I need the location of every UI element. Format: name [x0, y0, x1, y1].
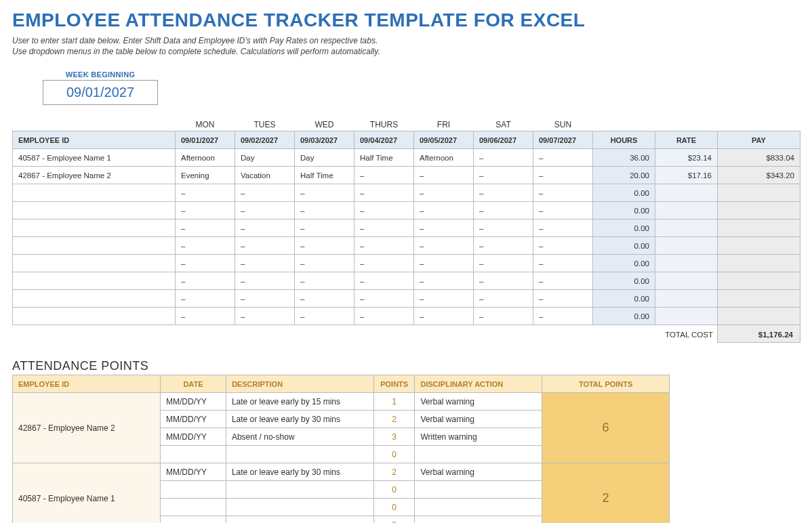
shift-cell[interactable]: – — [354, 308, 414, 325]
points-action-cell[interactable] — [415, 481, 542, 499]
shift-cell[interactable]: – — [474, 272, 533, 290]
shift-cell[interactable]: – — [354, 272, 414, 290]
employee-cell[interactable] — [13, 202, 176, 219]
shift-cell[interactable]: – — [474, 237, 533, 255]
shift-cell[interactable]: – — [295, 219, 354, 237]
shift-cell[interactable]: – — [176, 308, 235, 325]
shift-cell[interactable]: – — [354, 237, 414, 255]
shift-cell[interactable]: Day — [295, 149, 354, 167]
shift-cell[interactable]: – — [533, 184, 593, 202]
shift-cell[interactable]: – — [235, 237, 295, 255]
points-desc-cell[interactable]: Absent / no-show — [226, 428, 373, 446]
shift-cell[interactable]: – — [414, 308, 474, 325]
shift-cell[interactable]: – — [354, 255, 414, 272]
points-desc-cell[interactable] — [226, 499, 373, 516]
shift-cell[interactable]: Afternoon — [414, 149, 474, 167]
points-action-cell[interactable]: Verbal warning — [415, 411, 542, 428]
shift-cell[interactable]: – — [295, 202, 354, 219]
points-date-cell[interactable] — [161, 446, 226, 463]
shift-cell[interactable]: – — [176, 219, 235, 237]
shift-cell[interactable]: – — [235, 184, 295, 202]
shift-cell[interactable]: – — [533, 202, 593, 219]
points-date-cell[interactable] — [161, 499, 226, 516]
shift-cell[interactable]: – — [176, 272, 235, 290]
shift-cell[interactable]: – — [295, 308, 354, 325]
points-action-cell[interactable]: Verbal warning — [415, 463, 542, 481]
points-action-cell[interactable]: Written warning — [415, 428, 542, 446]
shift-cell[interactable]: – — [354, 219, 414, 237]
shift-cell[interactable]: – — [176, 237, 235, 255]
shift-cell[interactable]: – — [235, 308, 295, 325]
shift-cell[interactable]: – — [414, 202, 474, 219]
shift-cell[interactable]: – — [235, 202, 295, 219]
shift-cell[interactable]: – — [474, 184, 533, 202]
shift-cell[interactable]: Evening — [176, 167, 235, 184]
points-date-cell[interactable]: MM/DD/YY — [161, 463, 226, 481]
points-desc-cell[interactable] — [226, 446, 373, 463]
employee-cell[interactable] — [13, 290, 176, 308]
employee-cell[interactable]: 42867 - Employee Name 2 — [13, 167, 176, 184]
shift-cell[interactable]: – — [235, 290, 295, 308]
shift-cell[interactable]: – — [414, 167, 474, 184]
week-beginning-input[interactable]: 09/01/2027 — [43, 80, 158, 105]
points-action-cell[interactable] — [415, 499, 542, 516]
shift-cell[interactable]: – — [354, 202, 414, 219]
shift-cell[interactable]: – — [474, 149, 533, 167]
shift-cell[interactable]: Half Time — [354, 149, 414, 167]
shift-cell[interactable]: – — [474, 290, 533, 308]
points-employee-cell[interactable]: 40587 - Employee Name 1 — [13, 463, 161, 523]
shift-cell[interactable]: – — [295, 272, 354, 290]
shift-cell[interactable]: – — [414, 219, 474, 237]
employee-cell[interactable] — [13, 272, 176, 290]
points-date-cell[interactable] — [161, 481, 226, 499]
shift-cell[interactable]: Day — [235, 149, 295, 167]
shift-cell[interactable]: – — [533, 237, 593, 255]
shift-cell[interactable]: Half Time — [295, 167, 354, 184]
shift-cell[interactable]: – — [474, 202, 533, 219]
points-action-cell[interactable]: Verbal warning — [415, 393, 542, 411]
shift-cell[interactable]: – — [176, 290, 235, 308]
shift-cell[interactable]: – — [295, 290, 354, 308]
shift-cell[interactable]: – — [474, 167, 533, 184]
points-desc-cell[interactable] — [226, 481, 373, 499]
employee-cell[interactable] — [13, 237, 176, 255]
shift-cell[interactable]: – — [533, 290, 593, 308]
shift-cell[interactable]: Vacation — [235, 167, 295, 184]
shift-cell[interactable]: Afternoon — [176, 149, 235, 167]
employee-cell[interactable]: 40587 - Employee Name 1 — [13, 149, 176, 167]
points-employee-cell[interactable]: 42867 - Employee Name 2 — [13, 393, 161, 463]
employee-cell[interactable] — [13, 308, 176, 325]
shift-cell[interactable]: – — [354, 167, 414, 184]
shift-cell[interactable]: – — [354, 290, 414, 308]
points-action-cell[interactable] — [415, 516, 542, 523]
shift-cell[interactable]: – — [533, 272, 593, 290]
shift-cell[interactable]: – — [176, 255, 235, 272]
shift-cell[interactable]: – — [533, 167, 593, 184]
shift-cell[interactable]: – — [176, 184, 235, 202]
shift-cell[interactable]: – — [235, 272, 295, 290]
points-date-cell[interactable] — [161, 516, 226, 523]
shift-cell[interactable]: – — [295, 255, 354, 272]
points-date-cell[interactable]: MM/DD/YY — [161, 428, 226, 446]
shift-cell[interactable]: – — [474, 219, 533, 237]
shift-cell[interactable]: – — [533, 255, 593, 272]
points-desc-cell[interactable] — [226, 516, 373, 523]
points-desc-cell[interactable]: Late or leave early by 30 mins — [226, 463, 373, 481]
shift-cell[interactable]: – — [354, 184, 414, 202]
shift-cell[interactable]: – — [414, 290, 474, 308]
shift-cell[interactable]: – — [533, 219, 593, 237]
shift-cell[interactable]: – — [533, 308, 593, 325]
shift-cell[interactable]: – — [295, 184, 354, 202]
points-date-cell[interactable]: MM/DD/YY — [161, 411, 226, 428]
shift-cell[interactable]: – — [176, 202, 235, 219]
shift-cell[interactable]: – — [235, 219, 295, 237]
shift-cell[interactable]: – — [414, 272, 474, 290]
points-date-cell[interactable]: MM/DD/YY — [161, 393, 226, 411]
shift-cell[interactable]: – — [533, 149, 593, 167]
shift-cell[interactable]: – — [414, 255, 474, 272]
employee-cell[interactable] — [13, 219, 176, 237]
employee-cell[interactable] — [13, 255, 176, 272]
shift-cell[interactable]: – — [474, 308, 533, 325]
shift-cell[interactable]: – — [414, 237, 474, 255]
employee-cell[interactable] — [13, 184, 176, 202]
